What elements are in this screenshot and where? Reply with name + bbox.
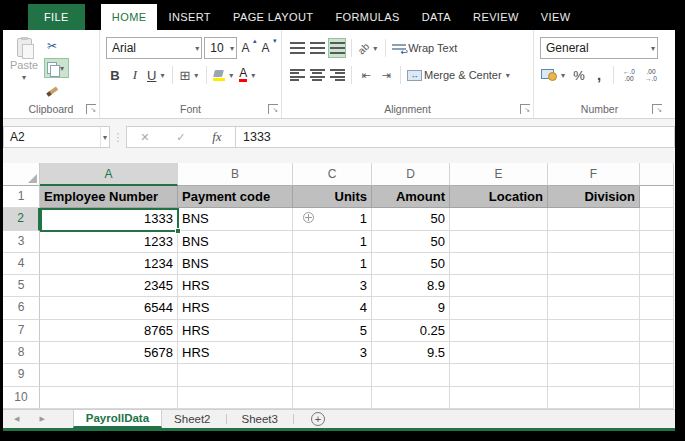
ribbon-tab-view[interactable]: VIEW: [530, 4, 582, 30]
cell-A2[interactable]: 1333: [40, 208, 178, 230]
cell-B7[interactable]: HRS: [178, 320, 293, 342]
orientation-button[interactable]: ab▾: [357, 38, 380, 58]
cell-A4[interactable]: 1234: [40, 253, 178, 275]
cell-G5[interactable]: [640, 275, 674, 297]
enter-button[interactable]: ✓: [176, 131, 185, 144]
ribbon-tab-insert[interactable]: INSERT: [157, 4, 222, 30]
cell-G1[interactable]: [640, 186, 674, 208]
cell-E6[interactable]: [450, 297, 548, 319]
cell-C1[interactable]: Units: [293, 186, 372, 208]
cell-C5[interactable]: 3: [293, 275, 372, 297]
alignment-dialog-launcher[interactable]: ↘: [520, 104, 530, 114]
cell-F3[interactable]: [548, 231, 640, 253]
bold-button[interactable]: B: [106, 65, 124, 85]
cell-A5[interactable]: 2345: [40, 275, 178, 297]
align-left-button[interactable]: [288, 65, 306, 85]
cell-G7[interactable]: [640, 320, 674, 342]
accounting-format-button[interactable]: ▾: [540, 65, 568, 85]
cell-F4[interactable]: [548, 253, 640, 275]
cell-D9[interactable]: [372, 364, 450, 386]
increase-font-size-button[interactable]: A▴: [239, 38, 257, 58]
cell-D7[interactable]: 0.25: [372, 320, 450, 342]
cell-G8[interactable]: [640, 342, 674, 364]
column-header-A[interactable]: A: [40, 163, 178, 186]
cell-E9[interactable]: [450, 364, 548, 386]
row-header-4[interactable]: 4: [3, 253, 40, 275]
row-header-9[interactable]: 9: [3, 364, 40, 386]
cell-E10[interactable]: [450, 387, 548, 409]
cell-A10[interactable]: [40, 387, 178, 409]
decrease-decimal-button[interactable]: .00→.0: [641, 65, 661, 85]
cell-D4[interactable]: 50: [372, 253, 450, 275]
cell-B10[interactable]: [178, 387, 293, 409]
font-color-button[interactable]: A▾: [238, 65, 258, 85]
cell-A9[interactable]: [40, 364, 178, 386]
copy-button[interactable]: ▾: [44, 58, 69, 78]
cell-F9[interactable]: [548, 364, 640, 386]
cell-B6[interactable]: HRS: [178, 297, 293, 319]
borders-button[interactable]: ⊞▾: [178, 65, 201, 85]
clipboard-dialog-launcher[interactable]: ↘: [86, 104, 96, 114]
cell-E5[interactable]: [450, 275, 548, 297]
cell-D8[interactable]: 9.5: [372, 342, 450, 364]
row-header-5[interactable]: 5: [3, 275, 40, 297]
cell-G9[interactable]: [640, 364, 674, 386]
cell-F8[interactable]: [548, 342, 640, 364]
cell-B5[interactable]: HRS: [178, 275, 293, 297]
cell-D5[interactable]: 8.9: [372, 275, 450, 297]
cell-B1[interactable]: Payment code: [178, 186, 293, 208]
formula-input[interactable]: [236, 126, 675, 148]
row-header-10[interactable]: 10: [3, 387, 40, 409]
top-align-button[interactable]: [288, 38, 306, 58]
cell-G4[interactable]: [640, 253, 674, 275]
cell-C10[interactable]: [293, 387, 372, 409]
column-header-B[interactable]: B: [178, 163, 293, 186]
cell-C9[interactable]: [293, 364, 372, 386]
increase-decimal-button[interactable]: ←.0.00: [619, 65, 639, 85]
increase-indent-button[interactable]: ⇥: [377, 65, 395, 85]
underline-button[interactable]: U▾: [146, 65, 167, 85]
cell-A3[interactable]: 1233: [40, 231, 178, 253]
cut-button[interactable]: ✂: [44, 36, 69, 56]
cell-A6[interactable]: 6544: [40, 297, 178, 319]
cell-C4[interactable]: 1: [293, 253, 372, 275]
fill-color-button[interactable]: ▾: [212, 65, 236, 85]
cell-C6[interactable]: 4: [293, 297, 372, 319]
row-header-7[interactable]: 7: [3, 320, 40, 342]
sheet-nav-right-icon[interactable]: ▶: [39, 415, 44, 423]
cell-A1[interactable]: Employee Number: [40, 186, 178, 208]
paste-button[interactable]: Paste ▾: [8, 37, 40, 103]
select-all-button[interactable]: [3, 163, 40, 186]
cell-C7[interactable]: 5: [293, 320, 372, 342]
cell-D2[interactable]: 50: [372, 208, 450, 230]
format-painter-button[interactable]: [44, 80, 69, 100]
cell-D1[interactable]: Amount: [372, 186, 450, 208]
cell-F2[interactable]: [548, 208, 640, 230]
row-header-6[interactable]: 6: [3, 297, 40, 319]
font-size-combo[interactable]: 10 ▾: [204, 37, 237, 59]
middle-align-button[interactable]: [308, 38, 326, 58]
cell-F5[interactable]: [548, 275, 640, 297]
ribbon-tab-formulas[interactable]: FORMULAS: [324, 4, 410, 30]
cell-E7[interactable]: [450, 320, 548, 342]
number-format-combo[interactable]: General ▾: [540, 37, 658, 59]
cell-D10[interactable]: [372, 387, 450, 409]
cell-C3[interactable]: 1: [293, 231, 372, 253]
font-name-combo[interactable]: Arial ▾: [106, 37, 202, 59]
row-header-3[interactable]: 3: [3, 231, 40, 253]
cell-B2[interactable]: BNS: [178, 208, 293, 230]
cell-B9[interactable]: [178, 364, 293, 386]
column-header-D[interactable]: D: [372, 163, 450, 186]
italic-button[interactable]: I: [126, 65, 144, 85]
ribbon-tab-home[interactable]: HOME: [101, 4, 158, 30]
cancel-button[interactable]: ✕: [140, 131, 149, 144]
cell-A8[interactable]: 5678: [40, 342, 178, 364]
paste-dropdown-icon[interactable]: ▾: [20, 73, 28, 82]
cell-G2[interactable]: [640, 208, 674, 230]
column-header-G[interactable]: [640, 163, 674, 186]
ribbon-tab-page-layout[interactable]: PAGE LAYOUT: [222, 4, 324, 30]
ribbon-tab-data[interactable]: DATA: [411, 4, 462, 30]
cell-E1[interactable]: Location: [450, 186, 548, 208]
column-header-F[interactable]: F: [548, 163, 640, 186]
sheet-tab-sheet2[interactable]: Sheet2: [162, 410, 222, 428]
